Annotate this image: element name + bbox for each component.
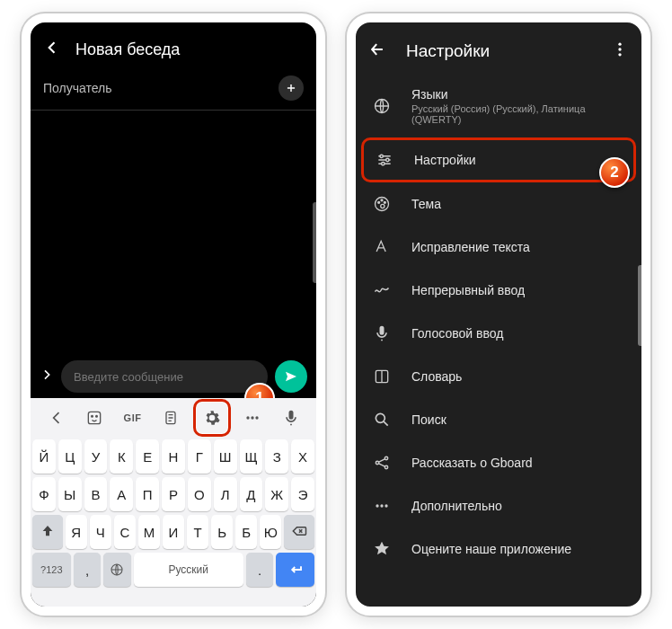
chat-header: Новая беседа xyxy=(31,22,316,70)
settings-list: ЯзыкиРусский (Россия) (Русский), Латиниц… xyxy=(356,75,641,571)
settings-item-icon xyxy=(375,151,394,169)
key-Ф[interactable]: Ф xyxy=(32,477,56,511)
settings-header: Настройки xyxy=(356,22,641,75)
send-button[interactable] xyxy=(275,360,307,393)
key-З[interactable]: З xyxy=(265,439,288,474)
globe-key[interactable] xyxy=(103,553,131,587)
settings-item-8[interactable]: Рассказать о Gboard xyxy=(356,441,641,484)
gif-button[interactable]: GIF xyxy=(117,402,149,434)
keyboard-rows: ЙЦУКЕНГШЩЗХ ФЫВАПРОЛДЖЭ ЯЧСМИТЬБЮ ?123 ,… xyxy=(31,438,316,607)
key-У[interactable]: У xyxy=(84,439,108,474)
key-Д[interactable]: Д xyxy=(240,477,263,511)
back-icon[interactable] xyxy=(368,40,386,62)
kbd-row-3: ЯЧСМИТЬБЮ xyxy=(32,515,314,549)
settings-item-label: Языки xyxy=(411,87,625,102)
svg-point-5 xyxy=(251,416,253,419)
scroll-indicator xyxy=(313,202,318,283)
key-Ж[interactable]: Ж xyxy=(265,477,288,511)
message-input[interactable]: Введите сообщение xyxy=(61,360,268,393)
svg-point-14 xyxy=(382,163,385,165)
key-Е[interactable]: Е xyxy=(136,439,159,474)
key-Э[interactable]: Э xyxy=(291,477,314,511)
key-Ь[interactable]: Ь xyxy=(211,515,233,549)
key-О[interactable]: О xyxy=(188,477,211,511)
expand-icon[interactable] xyxy=(40,368,54,385)
key-П[interactable]: П xyxy=(136,477,159,511)
numbers-key[interactable]: ?123 xyxy=(32,553,71,587)
settings-item-4[interactable]: Непрерывный ввод xyxy=(356,269,641,312)
sticker-icon[interactable] xyxy=(78,402,111,434)
settings-item-icon xyxy=(372,324,392,342)
more-vert-icon[interactable] xyxy=(611,40,629,62)
key-Ш[interactable]: Ш xyxy=(214,439,237,474)
settings-item-icon xyxy=(372,281,392,299)
add-recipient-button[interactable] xyxy=(279,75,304,101)
key-Н[interactable]: Н xyxy=(162,439,185,474)
settings-item-icon xyxy=(372,540,392,558)
key-А[interactable]: А xyxy=(110,477,133,511)
key-Ч[interactable]: Ч xyxy=(90,515,111,549)
key-М[interactable]: М xyxy=(138,515,160,549)
settings-item-10[interactable]: Оцените наше приложение xyxy=(356,527,641,571)
key-Б[interactable]: Б xyxy=(235,515,257,549)
key-С[interactable]: С xyxy=(114,515,136,549)
settings-item-0[interactable]: ЯзыкиРусский (Россия) (Русский), Латиниц… xyxy=(356,75,641,137)
enter-key[interactable] xyxy=(276,553,314,587)
svg-point-22 xyxy=(376,461,378,464)
shift-key[interactable] xyxy=(32,515,63,549)
key-Р[interactable]: Р xyxy=(162,477,185,511)
key-Ы[interactable]: Ы xyxy=(58,477,82,511)
keyboard-toolbar: GIF xyxy=(31,398,316,438)
svg-point-21 xyxy=(376,413,385,422)
comma-key[interactable]: , xyxy=(74,553,102,587)
dot-key[interactable]: . xyxy=(246,553,274,587)
svg-point-8 xyxy=(618,43,621,46)
settings-item-9[interactable]: Дополнительно xyxy=(356,484,641,527)
svg-point-26 xyxy=(380,504,383,507)
key-Я[interactable]: Я xyxy=(66,515,87,549)
keyboard: GIF ЙЦУКЕНГШЩЗХ ФЫВАПРОЛДЖЭ ЯЧСМИТЬБЮ ?1… xyxy=(31,398,316,607)
key-Щ[interactable]: Щ xyxy=(240,439,263,474)
annotation-badge-2: 2 xyxy=(599,157,630,188)
settings-item-label: Оцените наше приложение xyxy=(411,542,625,556)
svg-point-13 xyxy=(386,158,389,161)
kbd-row-4: ?123 , Русский . xyxy=(32,553,314,587)
key-Г[interactable]: Г xyxy=(188,439,211,474)
svg-point-25 xyxy=(376,504,378,507)
space-key[interactable]: Русский xyxy=(134,553,243,587)
settings-item-5[interactable]: Голосовой ввод xyxy=(356,312,641,355)
settings-gear-button[interactable] xyxy=(193,399,231,437)
settings-item-6[interactable]: Словарь xyxy=(356,355,641,398)
settings-item-label: Настройки xyxy=(414,153,623,167)
key-К[interactable]: К xyxy=(110,439,133,474)
key-Х[interactable]: Х xyxy=(291,439,314,474)
key-Л[interactable]: Л xyxy=(214,477,237,511)
chevron-left-icon[interactable] xyxy=(40,402,73,434)
mic-icon[interactable] xyxy=(275,402,307,434)
more-icon[interactable] xyxy=(236,402,269,434)
settings-item-7[interactable]: Поиск xyxy=(356,398,641,441)
key-Й[interactable]: Й xyxy=(32,439,56,474)
kbd-row-1: ЙЦУКЕНГШЩЗХ xyxy=(32,439,314,474)
settings-item-3[interactable]: Исправление текста xyxy=(356,226,641,269)
kbd-row-2: ФЫВАПРОЛДЖЭ xyxy=(32,477,314,511)
clipboard-icon[interactable] xyxy=(155,402,187,434)
svg-point-6 xyxy=(255,416,258,419)
recipient-label[interactable]: Получатель xyxy=(43,81,279,95)
svg-point-2 xyxy=(96,416,98,418)
settings-item-2[interactable]: Тема xyxy=(356,182,641,226)
key-Ю[interactable]: Ю xyxy=(260,515,281,549)
svg-point-9 xyxy=(618,48,621,50)
phone-right: Настройки ЯзыкиРусский (Россия) (Русский… xyxy=(347,13,650,616)
settings-item-1[interactable]: Настройки xyxy=(361,137,636,182)
settings-item-icon xyxy=(372,195,392,213)
key-В[interactable]: В xyxy=(84,477,108,511)
key-Т[interactable]: Т xyxy=(187,515,208,549)
key-Ц[interactable]: Ц xyxy=(58,439,82,474)
backspace-key[interactable] xyxy=(284,515,314,549)
back-icon[interactable] xyxy=(43,39,61,61)
svg-point-18 xyxy=(384,201,385,203)
svg-point-1 xyxy=(92,416,93,418)
key-И[interactable]: И xyxy=(163,515,184,549)
svg-point-27 xyxy=(385,504,387,507)
